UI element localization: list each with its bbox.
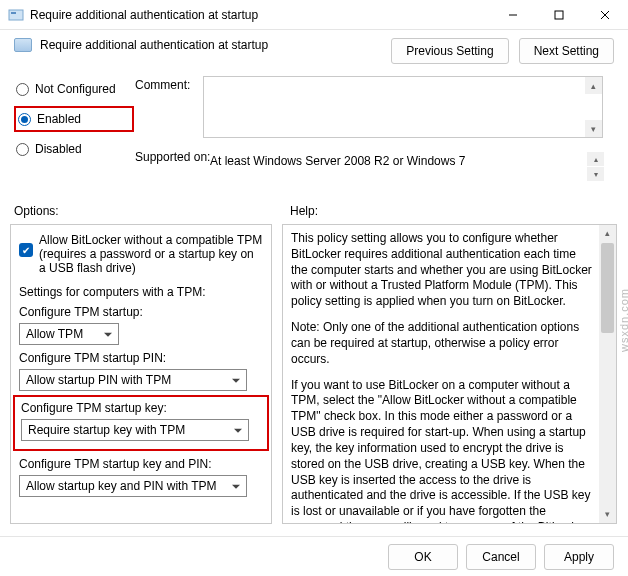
tpm-key-highlight: Configure TPM startup key: Require start…	[13, 395, 269, 451]
window-title: Require additional authentication at sta…	[30, 8, 490, 22]
help-scrollbar[interactable]: ▴ ▾	[599, 225, 616, 523]
svg-rect-3	[555, 11, 563, 19]
tpm-pin-select[interactable]: Allow startup PIN with TPM	[19, 369, 247, 391]
tpm-startup-label: Configure TPM startup:	[19, 305, 263, 319]
radio-enabled[interactable]: Enabled	[14, 106, 134, 132]
policy-subtitle: Require additional authentication at sta…	[40, 38, 268, 52]
policy-icon	[14, 38, 32, 52]
scroll-up-icon[interactable]: ▴	[585, 77, 602, 94]
titlebar: Require additional authentication at sta…	[0, 0, 628, 30]
help-paragraph: If you want to use BitLocker on a comput…	[291, 378, 594, 524]
comment-textarea[interactable]: ▴ ▾	[203, 76, 603, 138]
tpm-keypin-label: Configure TPM startup key and PIN:	[19, 457, 263, 471]
radio-label: Enabled	[37, 112, 81, 126]
minimize-button[interactable]	[490, 0, 536, 29]
tpm-keypin-select[interactable]: Allow startup key and PIN with TPM	[19, 475, 247, 497]
close-button[interactable]	[582, 0, 628, 29]
tpm-key-label: Configure TPM startup key:	[21, 401, 261, 415]
scroll-down-icon[interactable]: ▾	[599, 506, 616, 523]
next-setting-button[interactable]: Next Setting	[519, 38, 614, 64]
tpm-pin-label: Configure TPM startup PIN:	[19, 351, 263, 365]
help-paragraph: This policy setting allows you to config…	[291, 231, 594, 310]
comment-label: Comment:	[135, 78, 210, 92]
help-section-label: Help:	[290, 204, 318, 218]
radio-icon	[16, 83, 29, 96]
options-panel: ✔ Allow BitLocker without a compatible T…	[10, 224, 272, 524]
svg-rect-0	[9, 10, 23, 20]
checkbox-label: Allow BitLocker without a compatible TPM…	[39, 233, 263, 275]
radio-icon	[18, 113, 31, 126]
radio-label: Not Configured	[35, 82, 116, 96]
radio-label: Disabled	[35, 142, 82, 156]
scroll-down-icon[interactable]: ▾	[585, 120, 602, 137]
tpm-startup-select[interactable]: Allow TPM	[19, 323, 119, 345]
help-panel: This policy setting allows you to config…	[282, 224, 617, 524]
scroll-up-icon[interactable]: ▴	[587, 152, 604, 166]
previous-setting-button[interactable]: Previous Setting	[391, 38, 508, 64]
ok-button[interactable]: OK	[388, 544, 458, 570]
options-section-label: Options:	[14, 204, 59, 218]
supported-label: Supported on:	[135, 150, 210, 164]
scroll-up-icon[interactable]: ▴	[599, 225, 616, 242]
apply-button[interactable]: Apply	[544, 544, 614, 570]
scroll-down-icon[interactable]: ▾	[587, 167, 604, 181]
checkbox-allow-no-tpm[interactable]: ✔	[19, 243, 33, 257]
dialog-footer: OK Cancel Apply	[0, 536, 628, 576]
help-paragraph: Note: Only one of the additional authent…	[291, 320, 594, 367]
app-icon	[8, 7, 24, 23]
tpm-key-select[interactable]: Require startup key with TPM	[21, 419, 249, 441]
watermark: wsxdn.com	[618, 288, 628, 352]
radio-not-configured[interactable]: Not Configured	[14, 78, 134, 100]
radio-icon	[16, 143, 29, 156]
radio-disabled[interactable]: Disabled	[14, 138, 134, 160]
scroll-thumb[interactable]	[601, 243, 614, 333]
maximize-button[interactable]	[536, 0, 582, 29]
svg-rect-1	[11, 12, 16, 14]
tpm-settings-heading: Settings for computers with a TPM:	[19, 285, 263, 299]
supported-on-value: At least Windows Server 2008 R2 or Windo…	[210, 154, 603, 168]
cancel-button[interactable]: Cancel	[466, 544, 536, 570]
